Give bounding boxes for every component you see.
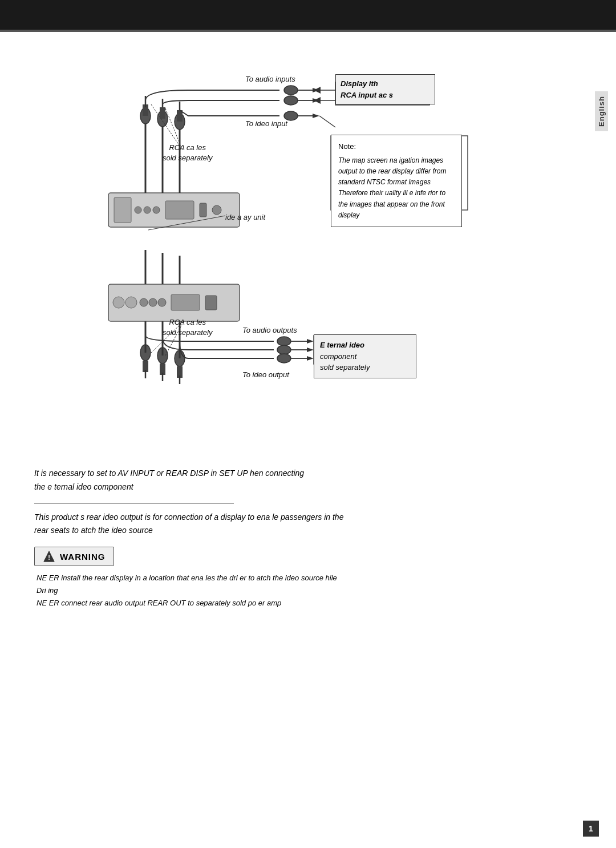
svg-point-4 — [153, 207, 160, 213]
note-box: Note: The map screen na igation images o… — [331, 135, 462, 227]
note-italic-text: This product s rear ideo output is for c… — [34, 511, 582, 538]
bottom-section: It is necessary to set to AV INPUT or RE… — [0, 467, 616, 609]
svg-point-57 — [277, 337, 291, 346]
svg-point-9 — [113, 297, 124, 308]
svg-point-32 — [284, 96, 298, 105]
svg-rect-6 — [200, 203, 206, 217]
display-box: Display ith RCA input ac s — [335, 74, 435, 104]
svg-point-2 — [135, 207, 141, 213]
warning-text: NE ER install the rear display in a loca… — [37, 572, 582, 609]
label-audio-outputs: To audio outputs — [242, 325, 297, 336]
svg-point-29 — [284, 86, 298, 95]
instruction-text: It is necessary to set to AV INPUT or RE… — [34, 467, 582, 494]
svg-text:!: ! — [48, 555, 50, 562]
svg-marker-62 — [307, 348, 314, 352]
external-box: E ternal ideo component sold separately — [314, 334, 416, 378]
warning-box: ! WARNING — [34, 547, 114, 566]
svg-rect-5 — [165, 201, 194, 219]
label-rca-bottom: RCA ca les sold separately — [163, 307, 212, 338]
label-video-output: To ideo output — [242, 370, 289, 380]
svg-point-60 — [277, 345, 291, 354]
label-audio-inputs: To audio inputs — [245, 74, 295, 84]
svg-marker-68 — [314, 97, 321, 104]
note-title: Note: — [338, 141, 455, 153]
warning-triangle-icon: ! — [43, 550, 55, 563]
svg-point-10 — [125, 297, 137, 308]
note-body: The map screen na igation images output … — [338, 155, 455, 221]
label-unit: ide a ay unit — [225, 212, 265, 223]
connection-diagram-svg — [51, 62, 565, 433]
svg-point-3 — [144, 207, 151, 213]
warning-label: WARNING — [60, 552, 106, 562]
diagram-area: RCA ca les sold separately To audio inpu… — [51, 62, 565, 433]
label-video-input: To ideo input — [245, 119, 287, 129]
svg-point-13 — [158, 298, 166, 306]
label-rca-top: RCA ca les sold separately — [163, 143, 212, 163]
svg-point-12 — [149, 298, 157, 306]
svg-marker-67 — [314, 87, 321, 94]
divider-line — [34, 503, 234, 504]
main-content: RCA ca les sold separately To audio inpu… — [0, 33, 616, 461]
svg-marker-59 — [307, 339, 314, 344]
svg-marker-65 — [307, 356, 314, 361]
svg-marker-37 — [313, 114, 319, 118]
sub-divider — [0, 30, 616, 32]
svg-line-41 — [319, 116, 335, 127]
svg-rect-23 — [160, 107, 165, 119]
page-number: 1 — [583, 821, 599, 837]
svg-point-11 — [140, 298, 148, 306]
top-header-bar — [0, 0, 616, 30]
svg-point-63 — [277, 354, 291, 363]
svg-rect-1 — [114, 197, 131, 223]
svg-point-7 — [212, 205, 221, 215]
